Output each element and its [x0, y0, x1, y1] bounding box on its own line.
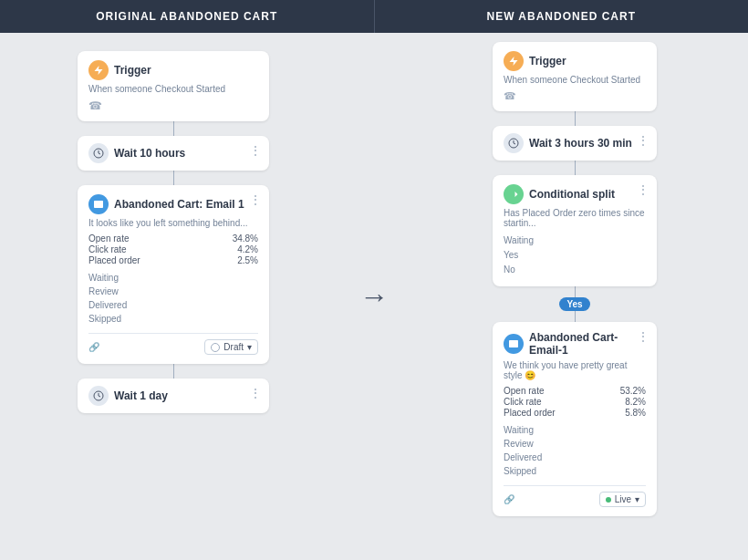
right-connector-4	[575, 311, 576, 322]
right-wait-card: Wait 3 hours 30 min ⋮	[493, 126, 657, 161]
left-card-footer: 🔗 Draft ▾	[88, 333, 258, 355]
right-wait-icon	[504, 133, 524, 153]
left-trigger-card: Trigger When someone Checkout Started ☎	[78, 51, 269, 121]
live-dot	[606, 497, 611, 503]
right-email-title: Abandoned Cart-Email-1	[529, 331, 646, 357]
left-footer-icon: 🔗	[88, 342, 99, 352]
right-split-title: Conditional split	[529, 188, 615, 201]
left-trigger-subtitle: When someone Checkout Started	[88, 84, 258, 94]
right-stat-placedorder: Placed order 5.8%	[504, 408, 646, 418]
arrow-divider: →	[347, 33, 401, 560]
right-split-card: Conditional split ⋮ Has Placed Order zer…	[493, 175, 657, 286]
left-email-icon	[88, 194, 109, 214]
right-title: New Abandoned Cart	[375, 10, 749, 23]
right-connector-3	[575, 286, 576, 297]
content-area: Trigger When someone Checkout Started ☎ …	[0, 33, 748, 560]
arrow-icon: →	[359, 280, 389, 314]
right-trigger-subtitle: When someone Checkout Started	[504, 75, 646, 85]
left-wait-title: Wait 10 hours	[114, 147, 185, 160]
right-footer-icon: 🔗	[504, 494, 514, 504]
right-wait-title: Wait 3 hours 30 min	[529, 137, 632, 150]
yes-badge: Yes	[559, 297, 589, 311]
right-card-footer: 🔗 Live ▾	[504, 485, 646, 507]
right-panel: Trigger When someone Checkout Started ☎ …	[401, 33, 748, 560]
connector-1	[173, 121, 174, 136]
left-trigger-icon	[88, 60, 109, 80]
left-title: Original Abandoned Cart	[0, 10, 374, 23]
left-email-title: Abandoned Cart: Email 1	[114, 198, 244, 211]
left-stats: Open rate 34.8% Click rate 4.2% Placed o…	[88, 233, 258, 265]
right-connector-2	[575, 161, 576, 175]
left-draft-badge[interactable]: Draft ▾	[204, 339, 258, 355]
yes-badge-container: Yes	[559, 297, 589, 311]
left-stat-clickrate: Click rate 4.2%	[88, 244, 258, 254]
right-split-icon	[504, 184, 524, 204]
left-wait-card: Wait 10 hours ⋮	[78, 136, 269, 171]
right-email-card: Abandoned Cart-Email-1 ⋮ We think you ha…	[493, 322, 657, 516]
left-trigger-phone-icon: ☎	[88, 99, 258, 112]
left-wait2-icon	[88, 386, 109, 406]
left-status-list: Waiting Review Delivered Skipped	[88, 271, 258, 326]
right-split-list: Waiting Yes No	[504, 233, 646, 277]
right-email-more[interactable]: ⋮	[637, 329, 649, 344]
right-wait-more[interactable]: ⋮	[637, 133, 649, 148]
right-connector-1	[575, 111, 576, 126]
left-email-card: Abandoned Cart: Email 1 ⋮ It looks like …	[78, 185, 269, 364]
right-live-badge[interactable]: Live ▾	[599, 492, 646, 507]
right-email-icon	[504, 334, 524, 354]
top-bar: Original Abandoned Cart New Abandoned Ca…	[0, 0, 748, 33]
left-wait2-card: Wait 1 day ⋮	[78, 379, 269, 413]
right-status-list: Waiting Review Delivered Skipped	[504, 423, 646, 478]
right-stat-openrate: Open rate 53.2%	[504, 386, 646, 396]
right-stat-clickrate: Click rate 8.2%	[504, 397, 646, 407]
left-stat-placedorder: Placed order 2.5%	[88, 255, 258, 265]
left-wait-more[interactable]: ⋮	[249, 143, 262, 158]
draft-icon	[211, 343, 220, 352]
left-wait-icon	[88, 143, 109, 163]
connector-2	[173, 171, 174, 185]
left-email-more[interactable]: ⋮	[249, 192, 262, 207]
right-trigger-card: Trigger When someone Checkout Started ☎	[493, 42, 657, 111]
left-email-subtitle: It looks like you left something behind.…	[88, 218, 258, 228]
left-wait2-title: Wait 1 day	[114, 389, 168, 402]
right-split-more[interactable]: ⋮	[637, 182, 649, 197]
left-trigger-title: Trigger	[114, 64, 151, 77]
right-stats: Open rate 53.2% Click rate 8.2% Placed o…	[504, 386, 646, 418]
left-wait2-more[interactable]: ⋮	[249, 386, 262, 400]
right-trigger-icon	[504, 51, 524, 71]
right-trigger-phone-icon: ☎	[504, 90, 646, 102]
right-email-subtitle: We think you have pretty great style 😊	[504, 360, 646, 380]
left-stat-openrate: Open rate 34.8%	[88, 233, 258, 244]
right-split-subtitle: Has Placed Order zero times since starti…	[504, 208, 646, 228]
left-panel: Trigger When someone Checkout Started ☎ …	[0, 33, 347, 560]
connector-3	[173, 364, 174, 379]
right-trigger-title: Trigger	[529, 55, 566, 67]
